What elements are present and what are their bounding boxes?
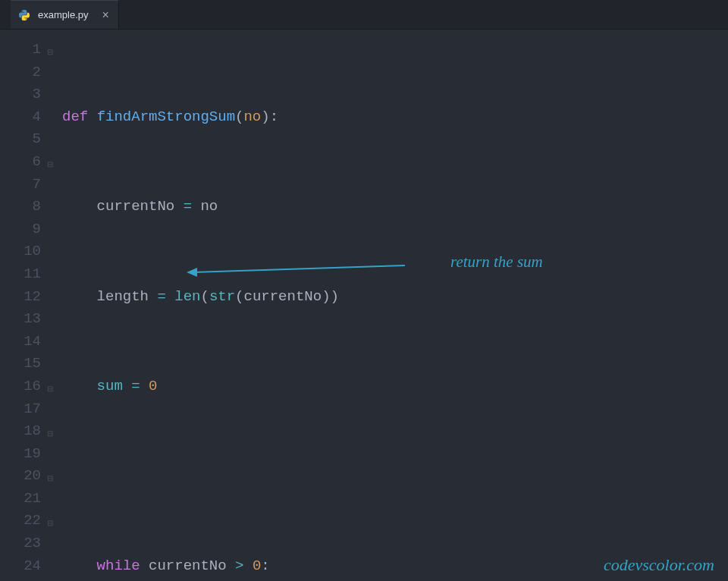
line-number: 10 <box>0 240 41 263</box>
fold-icon[interactable]: ⊟ <box>47 153 61 176</box>
fold-icon[interactable]: ⊟ <box>47 512 61 535</box>
tab-bar: example.py × <box>0 0 728 29</box>
line-number: 22 <box>0 510 41 532</box>
tab-filename: example.py <box>38 9 88 20</box>
fold-gutter: ⊟ ⊟ ⊟ ⊟ ⊟ ⊟ <box>47 37 61 581</box>
code-line[interactable]: currentNo = no <box>62 196 728 218</box>
line-number: 5 <box>0 128 41 151</box>
line-number: 1 <box>0 39 41 61</box>
line-number: 2 <box>0 61 41 84</box>
line-number: 9 <box>0 218 41 241</box>
line-number: 11 <box>0 263 41 286</box>
line-number: 13 <box>0 308 41 331</box>
line-number: 19 <box>0 443 41 466</box>
line-number: 17 <box>0 398 41 421</box>
line-number: 4 <box>0 106 41 129</box>
tab-example-py[interactable]: example.py × <box>11 0 119 29</box>
fold-icon[interactable]: ⊟ <box>47 467 61 490</box>
code-area[interactable]: def findArmStrongSum(no): currentNo = no… <box>61 37 728 581</box>
line-number: 24 <box>0 555 41 578</box>
line-number: 3 <box>0 83 41 106</box>
line-number-gutter: 1 2 3 4 5 6 7 8 9 10 11 12 13 14 15 16 1… <box>0 37 47 581</box>
fold-icon[interactable]: ⊟ <box>47 422 61 445</box>
line-number: 8 <box>0 196 41 218</box>
fold-icon[interactable]: ⊟ <box>47 41 61 64</box>
line-number: 23 <box>0 532 41 555</box>
code-line[interactable]: sum = 0 <box>62 375 728 398</box>
fold-icon[interactable]: ⊟ <box>47 378 61 400</box>
line-number: 7 <box>0 174 41 196</box>
code-line[interactable]: length = len(str(currentNo)) <box>62 286 728 309</box>
line-number: 15 <box>0 353 41 375</box>
line-number: 18 <box>0 420 41 443</box>
code-editor[interactable]: 1 2 3 4 5 6 7 8 9 10 11 12 13 14 15 16 1… <box>0 29 728 581</box>
code-line[interactable]: def findArmStrongSum(no): <box>62 106 728 129</box>
line-number: 16 <box>0 375 41 398</box>
python-file-icon <box>18 9 30 21</box>
code-line[interactable] <box>62 465 728 488</box>
close-icon[interactable]: × <box>102 8 108 22</box>
line-number: 12 <box>0 286 41 309</box>
line-number: 14 <box>0 331 41 353</box>
line-number: 6 <box>0 151 41 174</box>
line-number: 20 <box>0 465 41 488</box>
code-line[interactable]: while currentNo > 0: <box>62 555 728 578</box>
line-number: 21 <box>0 488 41 510</box>
